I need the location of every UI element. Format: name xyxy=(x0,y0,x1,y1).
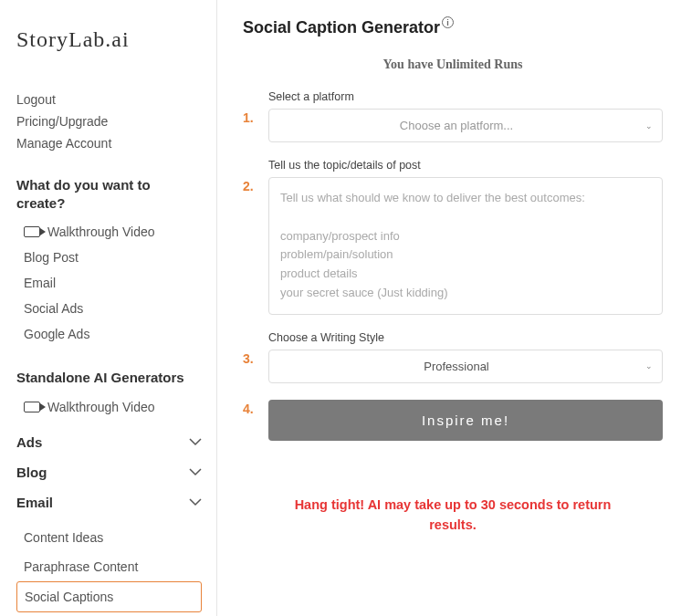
sidebar-item-standalone-walkthrough[interactable]: Walkthrough Video xyxy=(16,394,202,420)
chevron-down-icon xyxy=(189,435,202,448)
page-title: Social Caption Generator i xyxy=(243,18,663,37)
step-3: 3. Choose a Writing Style Professional ⌄ xyxy=(243,331,663,383)
logout-link[interactable]: Logout xyxy=(16,89,202,110)
chevron-down-icon xyxy=(189,496,202,508)
video-icon xyxy=(24,226,40,237)
style-label: Choose a Writing Style xyxy=(268,331,663,344)
info-icon[interactable]: i xyxy=(442,16,454,28)
standalone-section: Standalone AI Generators Walkthrough Vid… xyxy=(16,369,202,420)
sidebar-item-label: Email xyxy=(24,276,56,290)
sidebar-item-label: Social Ads xyxy=(24,301,83,316)
collapsible-label: Email xyxy=(16,495,53,510)
sidebar: StoryLab.ai Logout Pricing/Upgrade Manag… xyxy=(0,0,217,616)
main-content: Social Caption Generator i You have Unli… xyxy=(217,0,681,616)
chevron-down-icon: ⌄ xyxy=(645,361,653,371)
sidebar-item-blog-post[interactable]: Blog Post xyxy=(16,245,202,270)
sidebar-item-content-ideas[interactable]: Content Ideas xyxy=(16,523,202,552)
sidebar-item-social-captions[interactable]: Social Captions xyxy=(16,581,202,612)
sidebar-item-paraphrase-content[interactable]: Paraphrase Content xyxy=(16,552,202,581)
wait-message: Hang tight! AI may take up to 30 seconds… xyxy=(243,496,663,536)
sidebar-item-google-ads[interactable]: Google Ads xyxy=(16,321,202,347)
platform-label: Select a platform xyxy=(268,90,663,103)
step-number: 3. xyxy=(243,331,268,383)
topic-label: Tell us the topic/details of post xyxy=(268,159,663,172)
chevron-down-icon: ⌄ xyxy=(645,121,653,131)
manage-account-link[interactable]: Manage Account xyxy=(16,132,202,154)
step-1: 1. Select a platform Choose an platform.… xyxy=(243,90,663,142)
step-number: 2. xyxy=(243,159,268,315)
writing-style-select[interactable]: Professional ⌄ xyxy=(268,350,663,383)
writing-style-value: Professional xyxy=(424,360,489,373)
sidebar-item-label: Walkthrough Video xyxy=(47,224,155,239)
sidebar-item-label: Walkthrough Video xyxy=(47,400,155,414)
sidebar-item-social-ads[interactable]: Social Ads xyxy=(16,296,202,321)
collapsible-email[interactable]: Email xyxy=(16,487,202,517)
inspire-button[interactable]: Inspire me! xyxy=(268,400,663,441)
topic-textarea[interactable]: Tell us what should we know to deliver t… xyxy=(268,177,663,315)
platform-select[interactable]: Choose an platform... ⌄ xyxy=(268,109,663,142)
video-icon xyxy=(24,402,40,412)
collapsible-label: Blog xyxy=(16,465,47,480)
collapsible-blog[interactable]: Blog xyxy=(16,457,202,487)
collapsible-ads[interactable]: Ads xyxy=(16,427,202,457)
chevron-down-icon xyxy=(189,465,202,478)
create-heading: What do you want to create? xyxy=(16,176,202,212)
create-section: What do you want to create? Walkthrough … xyxy=(16,176,202,347)
collapsible-label: Ads xyxy=(16,434,42,450)
step-number: 1. xyxy=(243,90,268,142)
step-2: 2. Tell us the topic/details of post Tel… xyxy=(243,159,663,315)
logo: StoryLab.ai xyxy=(16,27,202,52)
sidebar-item-walkthrough-video[interactable]: Walkthrough Video xyxy=(16,219,202,245)
sidebar-item-label: Google Ads xyxy=(24,327,89,341)
standalone-heading: Standalone AI Generators xyxy=(16,369,202,387)
platform-select-value: Choose an platform... xyxy=(400,119,513,132)
account-nav: Logout Pricing/Upgrade Manage Account xyxy=(16,89,202,154)
pricing-link[interactable]: Pricing/Upgrade xyxy=(16,110,202,132)
sidebar-item-email[interactable]: Email xyxy=(16,270,202,296)
sidebar-item-label: Blog Post xyxy=(24,250,79,265)
runs-banner: You have Unlimited Runs xyxy=(243,57,663,72)
step-4: 4. Inspire me! xyxy=(243,400,663,441)
step-number: 4. xyxy=(243,400,268,441)
page-title-text: Social Caption Generator xyxy=(243,18,440,37)
